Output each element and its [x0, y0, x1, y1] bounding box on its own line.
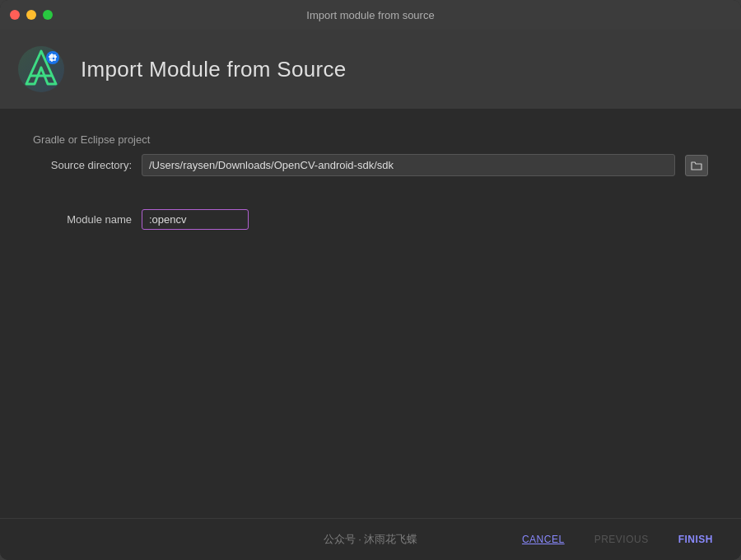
header: Import Module from Source [0, 30, 741, 109]
browse-button[interactable] [685, 155, 708, 176]
footer: 公众号 · 沐雨花飞蝶 CANCEL PREVIOUS FINISH [0, 518, 741, 560]
section-label: Gradle or Eclipse project [33, 133, 708, 146]
svg-point-3 [46, 51, 59, 64]
content-area: Gradle or Eclipse project Source directo… [0, 109, 741, 518]
folder-icon [691, 160, 702, 171]
source-directory-label: Source directory: [33, 159, 132, 171]
maximize-button[interactable] [43, 10, 53, 20]
main-window: Import module from source [0, 0, 741, 560]
source-directory-input[interactable] [142, 154, 675, 176]
watermark: 公众号 · 沐雨花飞蝶 [324, 532, 418, 547]
page-title: Import Module from Source [81, 57, 347, 82]
module-name-input[interactable] [142, 209, 249, 230]
module-name-label: Module name [33, 213, 132, 226]
title-bar: Import module from source [0, 0, 741, 30]
minimize-button[interactable] [26, 10, 36, 20]
window-title: Import module from source [306, 9, 434, 21]
cancel-button[interactable]: CANCEL [510, 529, 576, 550]
module-name-row: Module name [33, 209, 708, 230]
close-button[interactable] [10, 10, 20, 20]
android-studio-icon [16, 44, 66, 94]
section-gradle: Gradle or Eclipse project Source directo… [33, 133, 708, 176]
finish-button[interactable]: FINISH [667, 529, 725, 550]
source-directory-row: Source directory: [33, 154, 708, 176]
traffic-lights [10, 10, 53, 20]
previous-button[interactable]: PREVIOUS [583, 529, 660, 550]
